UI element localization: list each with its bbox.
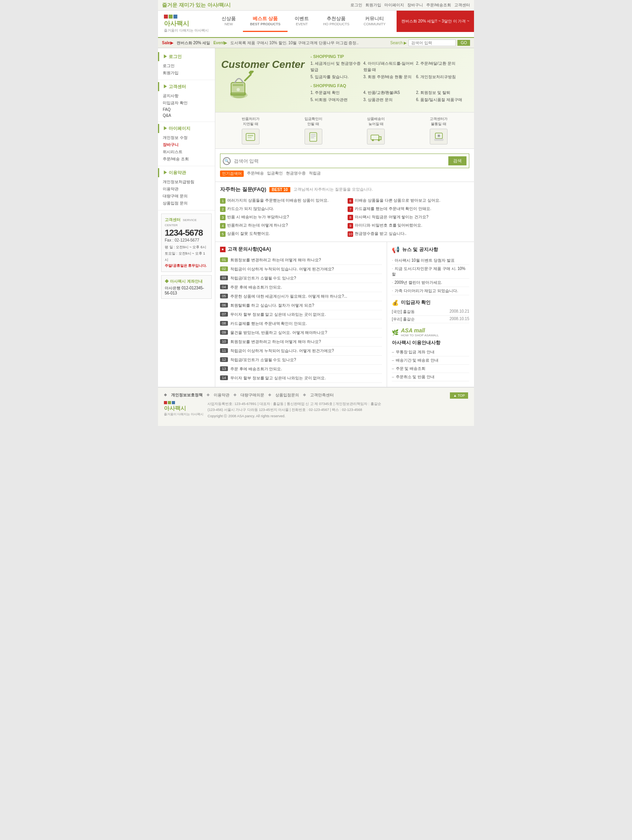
- qa-item-9[interactable]: 09 물건을 받았는데, 반품하고 싶어요. 어떻게 해야하나요?: [220, 328, 382, 338]
- footer-link-terms[interactable]: 이용약관: [214, 392, 229, 398]
- nav-item-community[interactable]: 커뮤니티 COMMUNITY: [357, 11, 393, 32]
- cc-image: [221, 71, 257, 102]
- sidebar-link-terms[interactable]: 이용약관: [158, 186, 215, 193]
- unconfirmed-header: 💰 미입금자 확인: [392, 299, 469, 306]
- unconfirmed-title: 미입금자 확인: [401, 299, 431, 306]
- action-item-delivery[interactable]: 상품배송이늦어질 때: [367, 116, 385, 144]
- search-tag-points[interactable]: 적립금: [309, 171, 321, 177]
- asa-item-3[interactable]: 주문 및 배송조회: [392, 365, 469, 373]
- news-item-1[interactable]: 아사팩시 10월 이벤트 당첨자 발표: [392, 257, 469, 265]
- qa-num-13: 13: [220, 366, 228, 371]
- sidebar-link-faq[interactable]: FAQ: [158, 107, 215, 112]
- search-tag-order[interactable]: 주문/배송: [247, 171, 264, 177]
- qa-num-12: 12: [220, 357, 228, 362]
- faq-num-3: 3: [220, 215, 226, 220]
- faq-item-4[interactable]: 4 반품하려고 하는데 어떻게 하나요?: [220, 222, 342, 229]
- qa-item-2[interactable]: 02 적립금이 이상하게 누적되어 있습니다. 어떻게 된건가에요?: [220, 265, 382, 274]
- action-icons-row: 반품처리가지연될 때 입금확인이안될 때 상품배송이늦어질 때: [215, 112, 474, 149]
- nav-item-event[interactable]: 이벤트 EVENT: [288, 11, 316, 32]
- faq-item-6[interactable]: 6 미배송 상품들을 다른 상품으로 받아보고 싶어요.: [348, 197, 469, 204]
- svg-rect-14: [371, 135, 379, 140]
- action-item-contact[interactable]: 고객센터가불통일 때: [430, 116, 448, 144]
- login-link[interactable]: 로그인: [350, 2, 362, 8]
- qa-item-6[interactable]: 06 회원탈퇴를 하고 싶습니다. 절차가 어떻게 되죠?: [220, 301, 382, 310]
- faq-item-7[interactable]: 7 카드결제를 했는데 주문내역 확인이 안돼요.: [348, 205, 469, 213]
- sidebar-link-unconfirmed[interactable]: 미입금자 확인: [158, 99, 215, 107]
- qa-full-title: ■ 고객 문의사항(Q&A): [220, 246, 382, 253]
- asa-item-1[interactable]: 무통장 입금 계좌 안내: [392, 348, 469, 356]
- footer-link-cs[interactable]: 고객만족센터: [310, 392, 334, 398]
- sidebar-link-profile[interactable]: 개인정보 수정: [158, 134, 215, 141]
- sidebar-link-login[interactable]: 로그인: [158, 62, 215, 69]
- sc-holiday: 주말/공휴일은 휴무입니다.: [165, 263, 208, 268]
- qa-item-12[interactable]: 12 적립금/포인트가 소멸될 수도 있나요?: [220, 356, 382, 365]
- search-bar-go-button[interactable]: GO: [457, 40, 470, 46]
- footer-link-privacy[interactable]: 개인정보보호정책: [171, 392, 203, 398]
- sidebar-link-cart[interactable]: 장바구니: [158, 141, 215, 148]
- unconfirmed-items: [국민] 홀갈동 2008.10.21 [우리] 홀갈순 2008.10.15: [392, 308, 469, 323]
- qa-item-14[interactable]: 14 무이자 할부 정보를 알고 싶은데 나와있는 곳이 없어요.: [220, 374, 382, 383]
- nav-item-recommend[interactable]: 추천상품 HO PRODUCTS: [316, 11, 357, 32]
- search-bar-input[interactable]: [408, 39, 456, 46]
- news-item-2[interactable]: 지금 도서.디자인문구 제품 구매 시. 10%할: [392, 265, 469, 279]
- footer-logo: 아사팩시 즐거움이 다해지는 아사팩시: [164, 401, 203, 416]
- top-button[interactable]: ▲ TOP: [450, 392, 468, 399]
- svg-point-17: [378, 139, 380, 141]
- sidebar-link-bulk[interactable]: 대량구매 문의: [158, 193, 215, 200]
- search-main-input[interactable]: [234, 158, 445, 164]
- faq-item-10[interactable]: 10 현금영수증을 받고 싶습니다..: [348, 230, 469, 238]
- search-tag-payment[interactable]: 입금확인: [267, 171, 283, 177]
- mypage-link[interactable]: 마이페이지: [384, 2, 404, 8]
- qa-item-4[interactable]: 04 주문 후에 배송조회가 안되요.: [220, 283, 382, 292]
- qa-item-1[interactable]: 01 회원정보를 변경하려고 하는데 어떻게 해야 하나요?: [220, 256, 382, 265]
- footer-links: ◆ 개인정보보호정책 ◆ 이용약관 ◆ 대량구매의문 ◆ 상품입점문의 ◆ 고객…: [164, 392, 450, 398]
- sidebar-terms-title: ▶ 이용약관: [158, 168, 215, 177]
- sidebar-link-orders[interactable]: 주문/배송 조회: [158, 156, 215, 163]
- qa-item-8[interactable]: 08 카드결제를 했는데 주문내역 확인이 안되요.: [220, 319, 382, 328]
- sidebar-link-notice[interactable]: 공지사항: [158, 92, 215, 99]
- qa-item-10[interactable]: 10 회원정보를 변경하려고 하는데 어떻게 해야 하나요?: [220, 338, 382, 347]
- cs-link[interactable]: 고객센터: [454, 2, 470, 8]
- action-item-return[interactable]: 반품처리가지연될 때: [242, 116, 260, 144]
- faq-4: 4. 반품/교환/환불/AS: [363, 90, 416, 96]
- order-link[interactable]: 주문/배송조회: [426, 2, 451, 8]
- faq-subtitle: 고객님께서 자주하시는 질문들을 모았습니다.: [293, 187, 373, 192]
- sidebar-link-register[interactable]: 회원가입: [158, 69, 215, 77]
- news-item-3[interactable]: 2009년 캘린더 받아가세요.: [392, 279, 469, 287]
- faq-item-2[interactable]: 2 카드쇼가 되지 않았습니다.: [220, 205, 342, 213]
- news-item-4[interactable]: 가족 다이어리가 재입고 되었습니다.: [392, 287, 469, 295]
- qa-item-5[interactable]: 05 주문한 상품에 대한 세금계산서가 필요해요. 어떻게 해야 하나요?..…: [220, 292, 382, 301]
- footer-link-bulk[interactable]: 대량구매의문: [241, 392, 264, 398]
- sidebar-login-title: ▶ 로그인: [158, 52, 215, 61]
- search-tag-popular[interactable]: 인기검색어: [220, 171, 244, 177]
- register-link[interactable]: 회원가입: [365, 2, 381, 8]
- news-icon: 📢: [392, 246, 400, 253]
- sidebar-link-privacy[interactable]: 개인정보처급방침: [158, 178, 215, 186]
- nav-item-new[interactable]: 신상품 NEW: [214, 11, 243, 32]
- faq-item-5[interactable]: 5 상품이 잘못 도착했어요.: [220, 230, 342, 238]
- action-item-payment[interactable]: 입금확인이안될 때: [305, 116, 322, 144]
- faq-item-1[interactable]: 1 여러가지의 상품들을 주문했는데 미배송된 상품이 있어요.: [220, 197, 342, 204]
- asa-item-2[interactable]: 배송기간 및 배송료 안내: [392, 356, 469, 365]
- qa-num-5: 05: [220, 294, 228, 298]
- qa-item-7[interactable]: 07 무이자 할부 정보를 알고 싶은데 나와있는 곳이 없어요.: [220, 310, 382, 319]
- qa-item-13[interactable]: 13 주문 후에 배송조회가 안되요.: [220, 365, 382, 374]
- cart-link[interactable]: 장바구니: [407, 2, 423, 8]
- faq-item-3[interactable]: 3 반품 시 배송비는 누가 부담하나요?: [220, 214, 342, 221]
- action-label-payment: 입금확인이안될 때: [305, 116, 322, 127]
- faq-num-9: 9: [348, 223, 353, 229]
- nav-item-best[interactable]: 베스트 상품 BEST PRODUCTS: [243, 11, 288, 32]
- sidebar-link-wishlist[interactable]: 위시리스트: [158, 148, 215, 156]
- sidebar-link-vendor[interactable]: 상품입점 문의: [158, 200, 215, 207]
- qa-item-3[interactable]: 03 적립금/포인트가 소멸될 수도 있나요?: [220, 274, 382, 283]
- qa-num-11: 11: [220, 348, 228, 353]
- sidebar-link-qa[interactable]: Q&A: [158, 112, 215, 118]
- asa-item-4[interactable]: 주문취소 및 반품 안내: [392, 373, 469, 381]
- faq-item-8[interactable]: 8 아사팩시 적립금은 어떻게 쌓이는 건가요?: [348, 214, 469, 221]
- qa-item-11[interactable]: 11 적립금이 이상하게 누적되어 있습니다. 어떻게 된건가에요?: [220, 347, 382, 356]
- footer-link-vendor[interactable]: 상품입점문의: [275, 392, 299, 398]
- search-go-button[interactable]: 검색: [448, 156, 466, 165]
- sc-phone: 1234-5678: [165, 228, 208, 238]
- search-tag-receipt[interactable]: 현금영수증: [286, 171, 306, 177]
- faq-item-9[interactable]: 9 아이디와 비밀번호 흐를 잊어버렸어요.: [348, 222, 469, 229]
